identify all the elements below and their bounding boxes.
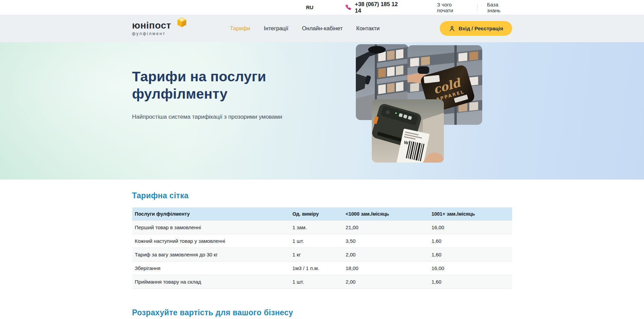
- login-button-label: Вхід / Реєстрація: [459, 26, 503, 32]
- topbar-divider: [477, 4, 477, 11]
- site-header: юніпост фулфілмент Тарифи Інтеграції Онл…: [0, 15, 644, 42]
- page-subtitle: Найпростіша система тарифікації з прозор…: [132, 114, 323, 120]
- topbar-link-start[interactable]: З чого почати: [437, 2, 468, 13]
- cell-price-low: 2,00: [343, 248, 429, 262]
- cell-service: Тариф за вагу замовлення до 30 кг: [132, 248, 290, 262]
- page-title: Тарифи на послуги фулфілменту: [132, 68, 323, 103]
- table-row: Зберігання 1м3 / 1 п.м. 18,00 16,00: [132, 262, 512, 275]
- cell-price-low: 21,00: [343, 221, 429, 234]
- cell-price-high: 16,00: [429, 221, 512, 234]
- cell-price-low: 2,00: [343, 275, 429, 289]
- col-header-over-1001: 1001+ зам./місяць: [429, 207, 512, 221]
- col-header-services: Послуги фулфілменту: [132, 207, 290, 221]
- table-row: Перший товар в замовленні 1 зам. 21,00 1…: [132, 221, 512, 234]
- main-nav: Тарифи Інтеграції Онлайн-кабінет Контакт…: [230, 25, 380, 32]
- cell-unit: 1 шт.: [290, 275, 343, 289]
- topbar-link-knowledge[interactable]: База знань: [487, 2, 512, 13]
- cell-price-high: 1,60: [429, 248, 512, 262]
- logo[interactable]: юніпост фулфілмент: [132, 21, 182, 36]
- topbar: RU +38 (067) 185 12 14 З чого почати Баз…: [0, 0, 644, 15]
- calculator-section-title: Розрахуйте вартість для вашого бізнесу: [132, 308, 512, 317]
- logo-title: юніпост: [132, 21, 182, 30]
- phone-link[interactable]: +38 (067) 185 12 14: [345, 1, 403, 14]
- nav-item-integrations[interactable]: Інтеграції: [264, 25, 288, 32]
- cell-unit: 1 шт.: [290, 234, 343, 248]
- phone-number: +38 (067) 185 12 14: [355, 1, 403, 14]
- cell-service: Зберігання: [132, 262, 290, 275]
- cell-price-high: 1,60: [429, 275, 512, 289]
- hero-section: Тарифи на послуги фулфілменту Найпростіш…: [0, 42, 644, 180]
- user-icon: [449, 25, 455, 32]
- cell-price-low: 18,00: [343, 262, 429, 275]
- logo-subtitle: фулфілмент: [132, 31, 182, 36]
- col-header-unit: Од. виміру: [290, 207, 343, 221]
- cell-price-high: 16,00: [429, 262, 512, 275]
- cell-unit: 1 кг: [290, 248, 343, 262]
- parcel-box-icon: [176, 17, 187, 29]
- pricing-section-title: Тарифна сітка: [132, 191, 512, 200]
- table-row: Кожний наступний товар у замовленні 1 шт…: [132, 234, 512, 248]
- table-header-row: Послуги фулфілменту Од. виміру <1000 зам…: [132, 207, 512, 221]
- nav-item-cabinet[interactable]: Онлайн-кабінет: [302, 25, 343, 32]
- table-row: Тариф за вагу замовлення до 30 кг 1 кг 2…: [132, 248, 512, 262]
- pricing-table: Послуги фулфілменту Од. виміру <1000 зам…: [132, 207, 512, 289]
- cell-price-high: 1,60: [429, 234, 512, 248]
- cell-service: Кожний наступний товар у замовленні: [132, 234, 290, 248]
- language-switcher[interactable]: RU: [306, 4, 314, 10]
- cell-unit: 1м3 / 1 п.м.: [290, 262, 343, 275]
- cell-service: Приймання товару на склад: [132, 275, 290, 289]
- login-register-button[interactable]: Вхід / Реєстрація: [440, 21, 512, 36]
- pricing-section: Тарифна сітка Послуги фулфілменту Од. ви…: [0, 180, 644, 319]
- label-printer-photo: W: [372, 99, 444, 163]
- col-header-under-1000: <1000 зам./місяць: [343, 207, 429, 221]
- nav-item-contacts[interactable]: Контакти: [356, 25, 380, 32]
- cell-service: Перший товар в замовленні: [132, 221, 290, 234]
- nav-item-tariffs[interactable]: Тарифи: [230, 25, 250, 32]
- table-row: Приймання товару на склад 1 шт. 2,00 1,6…: [132, 275, 512, 289]
- cell-price-low: 3,50: [343, 234, 429, 248]
- phone-icon: [345, 4, 351, 11]
- cell-unit: 1 зам.: [290, 221, 343, 234]
